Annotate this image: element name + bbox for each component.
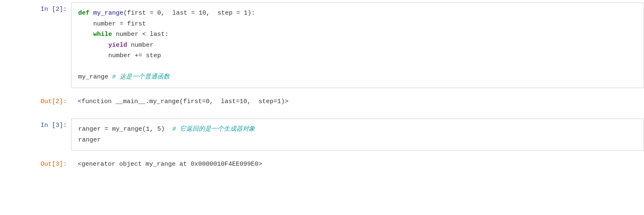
input-cell-2: In [3]:ranger = my_range(1, 5) # 它返回的是一个… [0, 116, 644, 153]
code-line: ranger = my_range(1, 5) # 它返回的是一个生成器对象 [78, 124, 637, 135]
cell-label-2: In [3]: [0, 116, 71, 153]
input-cell-0: In [2]:def my_range(first = 0, last = 10… [0, 0, 644, 91]
output-text-3: <generator object my_range at 0x0000010F… [71, 155, 644, 174]
output-cell-3: Out[3]:<generator object my_range at 0x0… [0, 153, 644, 176]
output-text-1: <function __main__.my_range(first=0, las… [71, 92, 644, 111]
code-line: yield number [78, 40, 637, 51]
code-line: def my_range(first = 0, last = 10, step … [78, 8, 637, 19]
code-line: while number < last: [78, 29, 637, 40]
code-line: number = first [78, 19, 637, 30]
code-line [78, 61, 637, 72]
code-line: ranger [78, 135, 637, 146]
code-line: number += step [78, 51, 637, 61]
code-line: my_range # 这是一个普通函数 [78, 72, 637, 83]
cell-input-box-2[interactable]: ranger = my_range(1, 5) # 它返回的是一个生成器对象ra… [71, 119, 644, 151]
output-label-1: Out[2]: [0, 92, 71, 111]
cell-label-0: In [2]: [0, 0, 71, 91]
notebook: In [2]:def my_range(first = 0, last = 10… [0, 0, 644, 176]
cell-input-box-0[interactable]: def my_range(first = 0, last = 10, step … [71, 3, 644, 88]
output-label-3: Out[3]: [0, 155, 71, 174]
output-cell-1: Out[2]:<function __main__.my_range(first… [0, 91, 644, 113]
